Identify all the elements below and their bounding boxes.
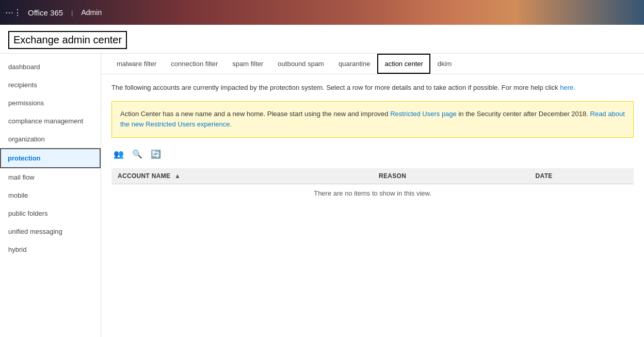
search-icon[interactable]: 🔍 bbox=[130, 148, 144, 160]
empty-message: There are no items to show in this view. bbox=[111, 184, 634, 203]
tab-navigation: malware filter connection filter spam fi… bbox=[101, 54, 644, 74]
add-users-icon[interactable]: 👥 bbox=[111, 148, 126, 160]
sidebar-item-mail-flow[interactable]: mail flow bbox=[0, 168, 101, 186]
sort-arrow-icon: ▲ bbox=[174, 172, 181, 180]
sidebar-item-protection[interactable]: protection bbox=[0, 148, 101, 168]
page-title: Exchange admin center bbox=[8, 31, 127, 49]
empty-row: There are no items to show in this view. bbox=[111, 184, 634, 203]
page-header: Exchange admin center bbox=[0, 25, 644, 54]
sidebar-item-public-folders[interactable]: public folders bbox=[0, 204, 101, 222]
tab-dkim[interactable]: dkim bbox=[430, 54, 459, 74]
content-area: The following accounts are currently imp… bbox=[101, 74, 644, 337]
sidebar: dashboard recipients permissions complia… bbox=[0, 54, 101, 337]
admin-label: Admin bbox=[82, 8, 102, 17]
restricted-users-link[interactable]: Restricted Users page bbox=[390, 110, 457, 118]
tab-connection-filter[interactable]: connection filter bbox=[164, 54, 225, 74]
main-content: malware filter connection filter spam fi… bbox=[101, 54, 644, 337]
topbar: ⋯⋮ Office 365 | Admin bbox=[0, 0, 644, 25]
info-paragraph: The following accounts are currently imp… bbox=[111, 83, 634, 93]
main-layout: dashboard recipients permissions complia… bbox=[0, 54, 644, 337]
column-date[interactable]: DATE bbox=[529, 168, 634, 184]
sidebar-item-recipients[interactable]: recipients bbox=[0, 76, 101, 94]
tab-action-center[interactable]: action center bbox=[377, 54, 430, 74]
accounts-table: ACCOUNT NAME ▲ REASON DATE There are no … bbox=[111, 168, 634, 202]
notice-banner: Action Center has a new name and a new h… bbox=[111, 101, 634, 138]
notice-text1: Action Center has a new name and a new h… bbox=[120, 110, 390, 118]
app-name: Office 365 bbox=[28, 8, 63, 17]
column-account-name[interactable]: ACCOUNT NAME ▲ bbox=[111, 168, 373, 184]
tab-spam-filter[interactable]: spam filter bbox=[225, 54, 270, 74]
topbar-divider: | bbox=[71, 9, 73, 17]
sidebar-item-compliance-management[interactable]: compliance management bbox=[0, 112, 101, 130]
info-text-content: The following accounts are currently imp… bbox=[111, 84, 558, 91]
table-header-row: ACCOUNT NAME ▲ REASON DATE bbox=[111, 168, 634, 184]
sidebar-item-permissions[interactable]: permissions bbox=[0, 94, 101, 112]
here-link[interactable]: here. bbox=[560, 84, 575, 91]
grid-icon[interactable]: ⋯⋮ bbox=[5, 8, 22, 18]
column-reason[interactable]: REASON bbox=[373, 168, 529, 184]
sidebar-item-dashboard[interactable]: dashboard bbox=[0, 58, 101, 76]
sidebar-item-organization[interactable]: organization bbox=[0, 130, 101, 148]
refresh-icon[interactable]: 🔄 bbox=[149, 148, 163, 160]
sidebar-item-unified-messaging[interactable]: unified messaging bbox=[0, 222, 101, 240]
toolbar: 👥 🔍 🔄 bbox=[111, 146, 634, 162]
sidebar-item-mobile[interactable]: mobile bbox=[0, 186, 101, 204]
tab-outbound-spam[interactable]: outbound spam bbox=[270, 54, 331, 74]
notice-text2: in the Security center after December 20… bbox=[457, 110, 590, 118]
sidebar-item-hybrid[interactable]: hybrid bbox=[0, 240, 101, 259]
tab-malware-filter[interactable]: malware filter bbox=[109, 54, 164, 74]
tab-quarantine[interactable]: quarantine bbox=[331, 54, 377, 74]
topbar-content: ⋯⋮ Office 365 | Admin bbox=[5, 8, 102, 18]
